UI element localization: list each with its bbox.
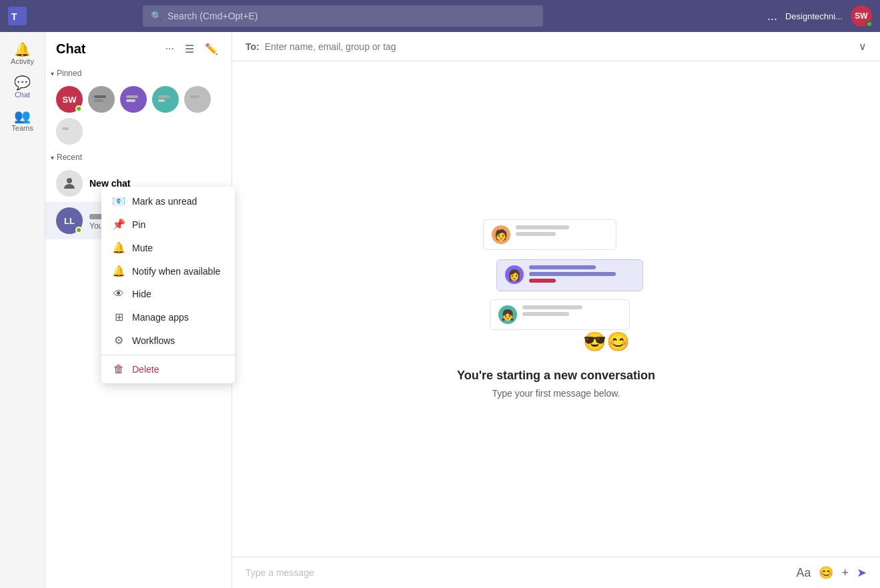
header-icon-group: ··· ☰ ✏️ — [163, 40, 221, 58]
sidebar-item-teams-label: Teams — [11, 124, 33, 132]
svg-rect-4 — [126, 95, 138, 98]
illus-avatar-3: 👧 — [498, 305, 517, 324]
manage-apps-label: Manage apps — [132, 312, 189, 323]
illustration-card-3: 👧 — [490, 299, 630, 330]
pinned-label: Pinned — [57, 69, 81, 78]
delete-icon: 🗑 — [112, 363, 125, 375]
user-avatar[interactable]: SW — [851, 5, 872, 27]
pinned-avatar-6[interactable] — [56, 118, 83, 145]
pinned-avatar-sw[interactable]: SW — [56, 86, 83, 113]
to-input[interactable] — [265, 41, 853, 52]
mark-unread-icon: 📧 — [112, 195, 125, 207]
mute-icon: 🔔 — [112, 241, 125, 254]
context-menu-manage-apps[interactable]: ⊞ Manage apps — [101, 305, 232, 329]
sidebar-item-teams[interactable]: 👥 Teams — [0, 104, 45, 137]
conversation-illustration: 🧑 👩 👧 — [470, 219, 643, 353]
pinned-avatar-3[interactable] — [120, 86, 147, 113]
teams-icon: 👥 — [14, 109, 31, 123]
more-chat-options-button[interactable]: ··· — [163, 40, 177, 58]
context-menu-notify[interactable]: 🔔 Notify when available — [101, 259, 232, 283]
illus-lines-2 — [529, 265, 634, 285]
context-menu-mute[interactable]: 🔔 Mute — [101, 236, 232, 259]
pin-label: Pin — [132, 219, 145, 230]
conversation-title: You're starting a new conversation — [457, 369, 655, 383]
new-chat-avatar — [56, 170, 83, 197]
pinned-avatar-2[interactable] — [88, 86, 115, 113]
illustration-card-1: 🧑 — [483, 219, 616, 250]
pinned-avatar-3-icon — [120, 86, 147, 113]
filter-button[interactable]: ☰ — [182, 40, 197, 58]
notify-icon: 🔔 — [112, 265, 125, 277]
svg-rect-8 — [190, 95, 199, 98]
new-chat-compose-button[interactable]: ✏️ — [202, 40, 221, 58]
chat-panel-title: Chat — [56, 41, 157, 57]
to-label: To: — [246, 41, 260, 52]
pinned-avatar-2-icon — [88, 86, 115, 113]
sidebar-item-activity-label: Activity — [11, 57, 34, 65]
format-button[interactable]: Aa — [796, 566, 811, 580]
svg-text:T: T — [11, 11, 17, 22]
recent-label: Recent — [57, 153, 82, 162]
chat-list-header: Chat ··· ☰ ✏️ — [45, 32, 232, 66]
emoji-button[interactable]: 😊 — [819, 565, 833, 580]
send-button[interactable]: ➤ — [857, 565, 867, 580]
notify-label: Notify when available — [132, 266, 220, 277]
svg-rect-6 — [158, 95, 170, 98]
illustration-card-2: 👩 — [496, 259, 643, 291]
top-bar-right: ... Designtechni... SW — [767, 5, 872, 27]
illus-lines-3 — [522, 305, 621, 319]
attach-button[interactable]: + — [841, 566, 849, 580]
hide-icon: 👁 — [112, 288, 125, 300]
ll-avatar: LL — [56, 207, 83, 234]
recent-chevron-icon: ▾ — [51, 154, 54, 161]
conversation-emojis: 😎😊 — [583, 331, 630, 353]
pinned-avatar-4[interactable] — [152, 86, 179, 113]
search-bar[interactable]: 🔍 — [143, 5, 543, 27]
conversation-area: 🧑 👩 👧 — [232, 61, 880, 557]
context-menu-mark-unread[interactable]: 📧 Mark as unread — [101, 189, 232, 213]
ll-status-dot — [75, 227, 82, 233]
mute-label: Mute — [132, 243, 153, 253]
context-menu-delete[interactable]: 🗑 Delete — [101, 358, 232, 381]
main-layout: 🔔 Activity 💬 Chat 👥 Teams Chat ··· ☰ ✏️ … — [0, 32, 880, 588]
to-chevron-icon[interactable]: ∨ — [859, 40, 867, 53]
context-menu-workflows[interactable]: ⚙ Workflows — [101, 329, 232, 352]
pin-icon: 📌 — [112, 218, 125, 231]
sidebar: 🔔 Activity 💬 Chat 👥 Teams — [0, 32, 45, 588]
search-input[interactable] — [167, 11, 535, 21]
conversation-subtitle: Type your first message below. — [492, 388, 620, 399]
to-header: To: ∨ — [232, 32, 880, 61]
more-options-button[interactable]: ... — [767, 9, 777, 23]
sidebar-item-chat[interactable]: 💬 Chat — [0, 71, 45, 104]
recent-section-header[interactable]: ▾ Recent — [45, 150, 232, 165]
workflows-label: Workflows — [132, 335, 175, 346]
illus-lines-1 — [516, 225, 608, 239]
context-menu-pin[interactable]: 📌 Pin — [101, 213, 232, 236]
sidebar-item-activity[interactable]: 🔔 Activity — [0, 37, 45, 71]
pinned-avatars-list: SW — [45, 81, 232, 150]
main-content: To: ∨ 🧑 👩 — [232, 32, 880, 588]
svg-rect-9 — [62, 127, 69, 130]
message-input[interactable] — [246, 567, 788, 578]
svg-rect-7 — [158, 99, 165, 102]
pinned-section-header[interactable]: ▾ Pinned — [45, 66, 232, 81]
context-menu-hide[interactable]: 👁 Hide — [101, 283, 232, 305]
username-label: Designtechni... — [785, 11, 843, 21]
top-bar: T 🔍 ... Designtechni... SW — [0, 0, 880, 32]
teams-logo: T — [8, 7, 27, 25]
pinned-chevron-icon: ▾ — [51, 70, 54, 77]
svg-rect-5 — [126, 99, 135, 102]
pinned-sw-status-dot — [75, 105, 82, 112]
hide-label: Hide — [132, 289, 151, 299]
pinned-avatar-5-icon — [184, 86, 211, 113]
chat-icon: 💬 — [14, 76, 31, 89]
svg-point-10 — [67, 178, 72, 183]
search-icon: 🔍 — [151, 11, 162, 21]
message-input-bar: Aa 😊 + ➤ — [232, 557, 880, 588]
svg-rect-3 — [94, 99, 103, 102]
illus-avatar-1: 🧑 — [492, 225, 510, 244]
context-menu-divider — [101, 355, 232, 355]
activity-icon: 🔔 — [14, 43, 31, 56]
manage-apps-icon: ⊞ — [112, 311, 125, 323]
pinned-avatar-5[interactable] — [184, 86, 211, 113]
